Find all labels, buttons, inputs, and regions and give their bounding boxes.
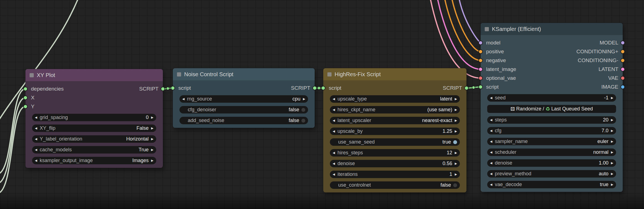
- output-slot-dot-CONDITIONING+[interactable]: [620, 49, 625, 54]
- input-slot-dot-model[interactable]: [478, 41, 483, 45]
- output-slot-dot-SCRIPT[interactable]: [161, 87, 165, 91]
- toggle-dot[interactable]: [453, 183, 457, 187]
- widget-decrement-icon[interactable]: ◀: [490, 162, 492, 165]
- widget-decrement-icon[interactable]: ◀: [490, 183, 492, 186]
- widget-upscale_by[interactable]: ◀upscale_by1.25▶: [330, 128, 460, 135]
- widget-steps[interactable]: ◀steps20▶: [487, 116, 616, 124]
- widget-increment-icon[interactable]: ▶: [151, 159, 153, 162]
- widget-increment-icon[interactable]: ▶: [455, 97, 457, 100]
- widget-increment-icon[interactable]: ▶: [151, 116, 153, 119]
- widget-decrement-icon[interactable]: ◀: [490, 118, 492, 121]
- widget-decrement-icon[interactable]: ◀: [35, 148, 37, 151]
- collapse-box-icon[interactable]: [30, 73, 34, 77]
- widget-decrement-icon[interactable]: ◀: [333, 151, 335, 154]
- input-slot-dot-Y[interactable]: [23, 104, 28, 109]
- node-xy-plot[interactable]: XY PlotdependenciesSCRIPTXY◀grid_spacing…: [25, 69, 163, 168]
- node-graph-canvas[interactable]: XY PlotdependenciesSCRIPTXY◀grid_spacing…: [0, 0, 644, 209]
- widget-use_controlnet[interactable]: use_controlnetfalse: [330, 181, 460, 189]
- widget-decrement-icon[interactable]: ◀: [490, 129, 492, 132]
- widget-Y_label_orientation[interactable]: ◀Y_label_orientationHorizontal▶: [32, 135, 156, 143]
- node-header[interactable]: HighRes-Fix Script: [323, 68, 466, 80]
- widget-decrement-icon[interactable]: ◀: [490, 172, 492, 175]
- widget-preview_method[interactable]: ◀preview_methodauto▶: [487, 170, 616, 178]
- widget-increment-icon[interactable]: ▶: [611, 129, 613, 132]
- input-slot-dot-latent_image[interactable]: [478, 67, 483, 72]
- input-slot-dot-positive[interactable]: [478, 49, 483, 54]
- widget-increment-icon[interactable]: ▶: [455, 108, 457, 111]
- widget-iterations[interactable]: ◀iterations1▶: [330, 171, 460, 178]
- link-midpoint-dot[interactable]: [317, 87, 320, 90]
- output-slot-dot-CONDITIONING-[interactable]: [620, 58, 625, 63]
- widget-increment-icon[interactable]: ▶: [611, 151, 613, 154]
- node-highres-fix-script[interactable]: HighRes-Fix ScriptscriptSCRIPT◀upscale_t…: [323, 68, 466, 192]
- widget-denoise[interactable]: ◀denoise1.00▶: [487, 159, 616, 167]
- collapse-box-icon[interactable]: [177, 72, 181, 76]
- widget-increment-icon[interactable]: ▶: [455, 130, 457, 133]
- toggle-dot[interactable]: [301, 119, 305, 123]
- input-slot-dot-dependencies[interactable]: [23, 87, 28, 91]
- widget-upscale_type[interactable]: ◀upscale_typelatent▶: [330, 95, 460, 103]
- toggle-dot[interactable]: [301, 108, 305, 112]
- collapse-box-icon[interactable]: [327, 72, 332, 76]
- widget-ksampler_output_image[interactable]: ◀ksampler_output_imageImages▶: [32, 157, 156, 164]
- widget-increment-icon[interactable]: ▶: [303, 97, 305, 100]
- widget-XY_flip[interactable]: ◀XY_flipFalse▶: [32, 125, 156, 132]
- widget-decrement-icon[interactable]: ◀: [35, 116, 37, 119]
- input-slot-dot-script[interactable]: [321, 86, 325, 90]
- widget-cache_models[interactable]: ◀cache_modelsTrue▶: [32, 146, 156, 154]
- widget-increment-icon[interactable]: ▶: [611, 140, 613, 143]
- node-ksampler-efficient[interactable]: KSampler (Efficient)modelMODELpositiveCO…: [481, 23, 623, 192]
- widget-decrement-icon[interactable]: ◀: [490, 151, 492, 154]
- widget-increment-icon[interactable]: ▶: [611, 162, 613, 165]
- widget-decrement-icon[interactable]: ◀: [333, 173, 335, 176]
- widget-decrement-icon[interactable]: ◀: [333, 130, 335, 133]
- output-slot-dot-MODEL[interactable]: [620, 41, 625, 45]
- widget-increment-icon[interactable]: ▶: [611, 183, 613, 186]
- output-slot-dot-VAE[interactable]: [620, 76, 625, 80]
- link-midpoint-dot[interactable]: [166, 87, 170, 90]
- widget-vae_decode[interactable]: ◀vae_decodetrue▶: [487, 181, 616, 188]
- widget-decrement-icon[interactable]: ◀: [333, 162, 335, 165]
- widget-increment-icon[interactable]: ▶: [611, 118, 613, 121]
- widget-increment-icon[interactable]: ▶: [151, 148, 153, 151]
- widget-denoise[interactable]: ◀denoise0.56▶: [330, 160, 460, 167]
- widget-seed[interactable]: ◀seed-1▶: [487, 94, 616, 102]
- widget-increment-icon[interactable]: ▶: [151, 127, 153, 130]
- widget-increment-icon[interactable]: ▶: [611, 96, 613, 99]
- widget-hires_ckpt_name[interactable]: ◀hires_ckpt_name(use same)▶: [330, 106, 460, 113]
- widget-rng_source[interactable]: ◀rng_sourcecpu▶: [179, 95, 308, 103]
- node-header[interactable]: KSampler (Efficient): [481, 23, 623, 35]
- widget-decrement-icon[interactable]: ◀: [182, 97, 184, 100]
- collapse-box-icon[interactable]: [485, 27, 489, 31]
- output-slot-dot-LATENT[interactable]: [620, 67, 625, 72]
- node-header[interactable]: XY Plot: [25, 69, 163, 81]
- widget-decrement-icon[interactable]: ◀: [333, 97, 335, 100]
- input-slot-dot-X[interactable]: [23, 96, 28, 100]
- widget-decrement-icon[interactable]: ◀: [333, 108, 335, 111]
- widget-decrement-icon[interactable]: ◀: [35, 159, 37, 162]
- node-noise-control-script[interactable]: Noise Control ScriptscriptSCRIPT◀rng_sou…: [173, 68, 315, 128]
- input-slot-dot-script[interactable]: [171, 86, 175, 90]
- widget-decrement-icon[interactable]: ◀: [35, 137, 37, 141]
- widget-hires_steps[interactable]: ◀hires_steps12▶: [330, 149, 460, 157]
- widget-increment-icon[interactable]: ▶: [455, 162, 457, 165]
- input-slot-dot-optional_vae[interactable]: [478, 76, 483, 80]
- link-midpoint-dot[interactable]: [472, 86, 475, 89]
- output-slot-dot-IMAGE[interactable]: [620, 85, 625, 89]
- input-slot-dot-negative[interactable]: [478, 58, 483, 63]
- widget-decrement-icon[interactable]: ◀: [35, 127, 37, 130]
- widget-latent_upscaler[interactable]: ◀latent_upscalernearest-exact▶: [330, 117, 460, 124]
- widget-increment-icon[interactable]: ▶: [455, 151, 457, 154]
- output-slot-dot-SCRIPT[interactable]: [464, 86, 469, 90]
- widget-decrement-icon[interactable]: ◀: [333, 119, 335, 122]
- input-slot-dot-script[interactable]: [478, 85, 483, 89]
- widget-scheduler[interactable]: ◀schedulernormal▶: [487, 149, 616, 156]
- output-slot-dot-SCRIPT[interactable]: [312, 86, 317, 90]
- widget-sampler_name[interactable]: ◀sampler_nameeuler▶: [487, 138, 616, 145]
- widget-increment-icon[interactable]: ▶: [611, 172, 613, 175]
- widget-cfg[interactable]: ◀cfg7.0▶: [487, 127, 616, 134]
- widget-add_seed_noise[interactable]: add_seed_noisefalse: [179, 117, 308, 124]
- widget-increment-icon[interactable]: ▶: [455, 119, 457, 122]
- widget-increment-icon[interactable]: ▶: [151, 137, 153, 141]
- node-header[interactable]: Noise Control Script: [173, 68, 315, 80]
